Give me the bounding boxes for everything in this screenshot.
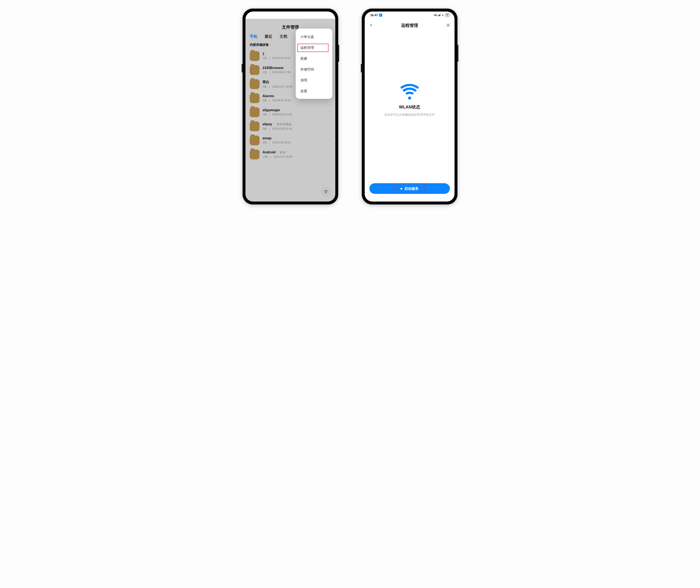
phone-mockup-left: 16:51 HD 46 文件管理 手机 最近 文档 内部存储设备 xyxy=(242,9,338,204)
file-text: alipay |支付宝钱包 3项 | 2021/11/28 19:34 xyxy=(263,122,325,131)
menu-item-new[interactable]: 新建 xyxy=(296,53,332,64)
start-service-label: 启动服务 xyxy=(404,186,419,191)
status-hd: HD xyxy=(315,14,318,16)
wlan-state-title: WLAN状态 xyxy=(399,104,420,110)
menu-item-cloud[interactable]: 小米云盘 xyxy=(296,32,332,42)
file-row[interactable]: aligamegw 1项 | 2020/10/10 14:04 xyxy=(248,105,332,119)
screen-remote-manage: 16:47 ▾ HD 47 远程管理 xyxy=(365,11,455,201)
tab-docs[interactable]: 文档 xyxy=(280,34,287,39)
file-meta: 11项 | 2021/12/7 20:49 xyxy=(263,155,325,159)
file-row[interactable]: Android |安卓 11项 | 2021/12/7 20:49 xyxy=(248,147,332,161)
file-name: Alarms xyxy=(263,94,274,98)
menu-item-storage[interactable]: 存储空间 xyxy=(296,64,332,75)
file-text: aligamegw 1项 | 2020/10/10 14:04 xyxy=(263,108,325,116)
filter-button[interactable] xyxy=(321,187,331,197)
chevron-right-icon xyxy=(328,152,331,156)
wifi-illustration-icon xyxy=(400,82,419,101)
folder-icon xyxy=(250,93,260,103)
menu-item-settings[interactable]: 设置 xyxy=(296,86,332,97)
battery-indicator: 47 xyxy=(445,13,450,17)
file-name: 简白 xyxy=(263,80,269,84)
chevron-right-icon xyxy=(328,110,331,114)
file-meta: 4项 | 2021/12/9 20:10 xyxy=(263,141,325,144)
file-row[interactable]: alipay |支付宝钱包 3项 | 2021/11/28 19:34 xyxy=(248,119,332,133)
status-time: 16:47 xyxy=(370,13,378,17)
file-name: alipay xyxy=(263,122,272,126)
gear-icon xyxy=(446,23,450,27)
wlan-state-desc: 启动后可以从电脑端远程管理手机文件 xyxy=(384,113,435,117)
back-button[interactable] xyxy=(369,23,373,28)
folder-icon xyxy=(250,79,260,89)
status-bar: 16:47 ▾ HD 47 xyxy=(365,11,455,19)
chevron-right-icon xyxy=(328,124,331,128)
footer: ▶ 启动服务 xyxy=(365,183,455,201)
svg-point-0 xyxy=(448,24,449,26)
wifi-icon xyxy=(441,14,444,17)
signal-icon xyxy=(438,14,440,16)
file-name: Android xyxy=(263,150,275,154)
file-row[interactable]: amap 4项 | 2021/12/9 20:10 xyxy=(248,133,332,147)
screen-file-manager: 16:51 HD 46 文件管理 手机 最近 文档 内部存储设备 xyxy=(245,11,335,201)
chevron-left-icon xyxy=(369,23,373,27)
file-name: amap xyxy=(263,136,271,140)
file-meta: 3项 | 2021/11/28 19:34 xyxy=(263,127,325,131)
file-manager: 文件管理 手机 最近 文档 内部存储设备 1 1项 | 2021/7/13 00… xyxy=(245,19,335,201)
status-bar: 16:51 HD 46 xyxy=(245,11,335,19)
battery-indicator: 46 xyxy=(326,13,331,17)
file-name: 1 xyxy=(263,52,264,56)
file-meta: 1项 | 2020/10/10 14:04 xyxy=(263,113,325,116)
filter-icon xyxy=(324,190,328,194)
folder-icon xyxy=(250,135,260,145)
file-text: Android |安卓 11项 | 2021/12/7 20:49 xyxy=(263,150,325,159)
status-time: 16:51 xyxy=(251,13,259,17)
wifi-icon xyxy=(322,14,325,17)
chevron-right-icon xyxy=(269,44,272,46)
chevron-right-icon xyxy=(328,138,331,142)
play-icon: ▶ xyxy=(401,187,403,190)
folder-icon xyxy=(250,51,260,61)
breadcrumb-label: 内部存储设备 xyxy=(250,43,269,47)
file-meta: 0项 | 2021/6/20 18:18 xyxy=(263,99,325,102)
menu-item-remote[interactable]: 远程管理 xyxy=(296,42,332,53)
folder-icon xyxy=(250,107,260,117)
folder-icon xyxy=(250,65,260,75)
status-hd: HD xyxy=(434,14,437,16)
notification-icon: ▾ xyxy=(379,14,382,17)
phone-mockup-right: 16:47 ▾ HD 47 远程管理 xyxy=(362,9,458,204)
content: WLAN状态 启动后可以从电脑端远程管理手机文件 xyxy=(365,28,455,183)
folder-icon xyxy=(250,149,260,159)
folder-icon xyxy=(250,121,260,131)
tab-phone[interactable]: 手机 xyxy=(250,34,257,39)
menu-item-clean[interactable]: 清理 xyxy=(296,75,332,86)
overflow-menu: 小米云盘 远程管理 新建 存储空间 清理 设置 xyxy=(296,29,332,99)
file-alt-name: 支付宝钱包 xyxy=(277,122,291,126)
file-alt-name: 安卓 xyxy=(280,151,286,154)
signal-icon xyxy=(319,14,321,16)
page-title: 远程管理 xyxy=(401,23,418,28)
file-text: amap 4项 | 2021/12/9 20:10 xyxy=(263,136,325,144)
start-service-button[interactable]: ▶ 启动服务 xyxy=(369,183,450,194)
tab-recent[interactable]: 最近 xyxy=(265,34,272,39)
file-name: 2345Browser xyxy=(263,66,284,70)
file-name: aligamegw xyxy=(263,108,280,112)
settings-button[interactable] xyxy=(446,23,450,28)
header: 远程管理 xyxy=(365,19,455,28)
